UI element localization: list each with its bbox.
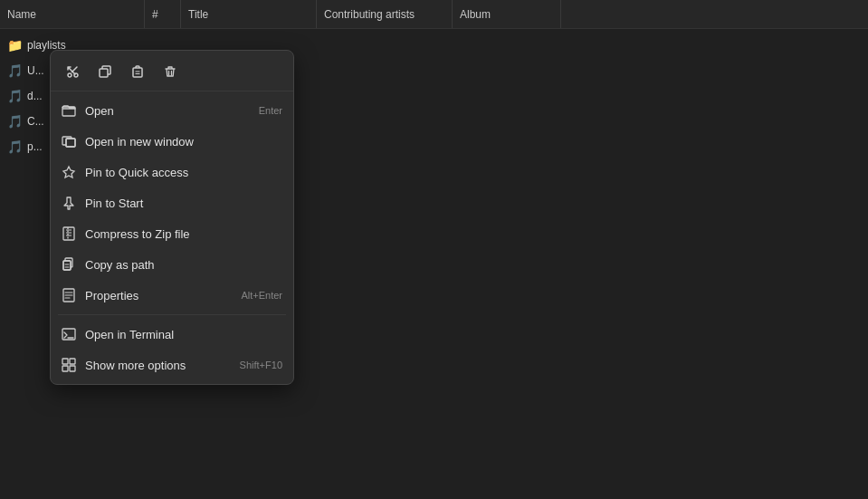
svg-marker-9 [63, 167, 74, 178]
copy-button[interactable] [91, 60, 119, 85]
file-icon: 🎵 [7, 114, 22, 129]
cut-icon [66, 65, 79, 81]
menu-separator [58, 314, 286, 315]
menu-item-copy-path[interactable]: Copy as path [51, 249, 293, 280]
svg-rect-17 [70, 359, 75, 364]
copy-icon [99, 65, 111, 81]
open-icon [62, 103, 76, 118]
properties-shortcut: Alt+Enter [241, 290, 282, 301]
header-bar: Name # Title Contributing artists Album [0, 0, 868, 29]
cut-button[interactable] [58, 60, 87, 85]
svg-rect-10 [63, 227, 74, 240]
menu-item-compress-zip[interactable]: Compress to Zip file [51, 218, 293, 249]
compress-zip-label: Compress to Zip file [85, 227, 273, 241]
compress-zip-icon [62, 226, 76, 241]
svg-rect-7 [66, 139, 75, 147]
open-new-window-label: Open in new window [85, 135, 273, 149]
folder-icon: 📁 [7, 38, 22, 53]
pin-quick-access-icon [62, 165, 76, 179]
open-terminal-icon [62, 327, 76, 341]
copy-path-label: Copy as path [85, 258, 273, 272]
file-icon: 🎵 [7, 63, 22, 78]
svg-rect-16 [62, 359, 68, 364]
pin-start-icon [62, 196, 76, 210]
col-title: Title [181, 0, 317, 28]
show-more-shortcut: Shift+F10 [240, 360, 282, 370]
open-label: Open [85, 104, 250, 118]
delete-icon [164, 65, 176, 81]
svg-rect-12 [63, 261, 71, 270]
context-toolbar [51, 54, 293, 91]
copy-path-icon [62, 257, 76, 272]
open-terminal-label: Open in Terminal [85, 328, 273, 341]
svg-rect-18 [62, 366, 68, 371]
svg-rect-3 [100, 69, 108, 77]
svg-rect-19 [70, 366, 75, 371]
menu-item-show-more[interactable]: Show more options Shift+F10 [51, 350, 293, 380]
open-new-window-icon [62, 134, 76, 149]
delete-button[interactable] [156, 60, 185, 85]
paste-button[interactable] [123, 60, 152, 85]
menu-item-open-new-window[interactable]: Open in new window [51, 126, 293, 157]
col-contributing: Contributing artists [317, 0, 453, 28]
properties-icon [62, 288, 76, 302]
col-album: Album [453, 0, 561, 28]
menu-item-open[interactable]: Open Enter [51, 95, 293, 126]
context-menu: Open Enter Open in new window Pin to Qui… [50, 50, 294, 385]
file-icon: 🎵 [7, 89, 22, 103]
show-more-label: Show more options [85, 359, 231, 372]
menu-item-pin-start[interactable]: Pin to Start [51, 187, 293, 218]
pin-quick-access-label: Pin to Quick access [85, 166, 273, 179]
col-name: Name [0, 0, 145, 28]
paste-icon [131, 65, 144, 81]
col-hash: # [145, 0, 181, 28]
menu-item-pin-quick-access[interactable]: Pin to Quick access [51, 157, 293, 187]
menu-item-properties[interactable]: Properties Alt+Enter [51, 280, 293, 311]
pin-start-label: Pin to Start [85, 197, 273, 210]
svg-point-0 [68, 73, 72, 77]
properties-label: Properties [85, 289, 232, 302]
menu-item-open-terminal[interactable]: Open in Terminal [51, 319, 293, 350]
svg-rect-4 [133, 68, 142, 77]
show-more-icon [62, 358, 76, 372]
svg-point-1 [74, 73, 78, 77]
file-icon: 🎵 [7, 139, 22, 154]
open-shortcut: Enter [259, 105, 282, 116]
